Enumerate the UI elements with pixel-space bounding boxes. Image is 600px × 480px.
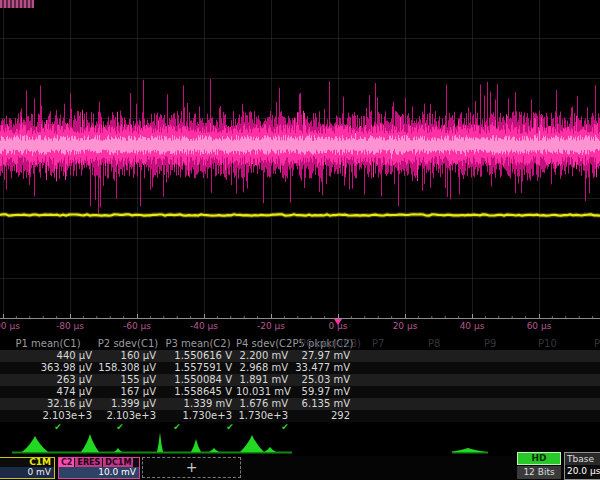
time-axis-tick-label: 40 µs — [460, 321, 485, 331]
measurement-cell: 263 µV — [0, 374, 96, 386]
measurement-cell: 32.16 µV — [0, 398, 96, 410]
measurement-cell: 292 — [292, 410, 354, 422]
histogram-strip — [0, 431, 600, 456]
measurement-cell: 440 µV — [0, 350, 96, 362]
measure-header-unused[interactable]: P7 — [372, 338, 384, 349]
measurement-cell: 2.200 mV — [236, 350, 292, 362]
measurement-cell: 474 µV — [0, 386, 96, 398]
c2-eres-badge: ERES — [75, 458, 102, 467]
measure-header[interactable]: P1 mean(C1) — [0, 338, 96, 350]
table-row: 32.16 µV1.399 µV1.339 mV1.676 mV6.135 mV — [0, 398, 600, 410]
measurement-cell: 1.730e+3 — [236, 410, 292, 422]
measurement-cell: 1.557591 V — [160, 362, 236, 374]
measure-header[interactable]: P4 sdev(C2) — [236, 338, 292, 350]
time-axis-tick-label: -60 µs — [123, 321, 151, 331]
plus-icon: + — [186, 459, 198, 475]
measurement-cell: 1.676 mV — [236, 398, 292, 410]
measurement-cell: 1.730e+3 — [160, 410, 236, 422]
c2-coupling-badge: DC1M — [103, 458, 133, 467]
hd-bits-label: 12 Bits — [517, 466, 561, 479]
table-row: 2.103e+32.103e+31.730e+31.730e+3292 — [0, 410, 600, 422]
timebase-title: Tbase — [565, 453, 600, 465]
c2-badges: C2 ERES DC1M — [59, 458, 139, 467]
measurement-cell: 2.103e+3 — [96, 410, 160, 422]
table-row: 474 µV167 µV1.558645 V10.031 mV59.97 mV — [0, 386, 600, 398]
measurement-cell: 167 µV — [96, 386, 160, 398]
hd-mode-badge[interactable]: HD — [517, 452, 561, 465]
measurement-rows: 440 µV160 µV1.550616 V2.200 mV27.97 mV36… — [0, 350, 600, 422]
measurement-cell: 2.103e+3 — [0, 410, 96, 422]
bottom-bar: C1M 0 mV C2 ERES DC1M 10.0 mV + HD 12 Bi… — [0, 456, 600, 480]
measurement-cell: 363.98 µV — [0, 362, 96, 374]
measurement-cell: 25.03 mV — [292, 374, 354, 386]
time-axis-tick-label: -40 µs — [190, 321, 218, 331]
measurement-cell: 155 µV — [96, 374, 160, 386]
measurement-cell: 27.97 mV — [292, 350, 354, 362]
waveform-canvas — [0, 0, 600, 337]
measurement-cell: 6.135 mV — [292, 398, 354, 410]
table-row: 363.98 µV158.308 µV1.557591 V2.968 mV33.… — [0, 362, 600, 374]
c2-scale-label: 10.0 mV — [59, 467, 139, 478]
time-axis-tick-label: -80 µs — [56, 321, 84, 331]
c1-coupling-label: C1M — [0, 458, 54, 467]
c2-channel-badge: C2 — [59, 458, 74, 467]
time-axis-tick-label: -100 µs — [0, 321, 20, 331]
measurement-table: P1 mean(C1)P2 sdev(C1)P3 mean(C2)P4 sdev… — [0, 337, 600, 431]
measure-header-unused[interactable]: P10 — [538, 338, 557, 349]
measurement-cell: 1.558645 V — [160, 386, 236, 398]
time-axis-tick-label: -20 µs — [257, 321, 285, 331]
time-axis-tick-label: 60 µs — [527, 321, 552, 331]
measure-header-unused[interactable]: P — [594, 338, 600, 349]
measure-header-unused[interactable]: P6 pkpk(C3) — [300, 338, 361, 349]
measurement-cell: 59.97 mV — [292, 386, 354, 398]
histogram-canvas — [0, 431, 600, 456]
timebase-scale-label: 20.0 µs — [565, 465, 600, 478]
measurement-cell: 1.891 mV — [236, 374, 292, 386]
time-axis-tick-label: 0 µs — [328, 321, 347, 331]
measurement-cell: 160 µV — [96, 350, 160, 362]
measure-header[interactable]: P2 sdev(C1) — [96, 338, 160, 350]
measurement-cell: 158.308 µV — [96, 362, 160, 374]
time-axis-tick-label: 20 µs — [393, 321, 418, 331]
measure-header-unused[interactable]: P8 — [428, 338, 440, 349]
measurement-cell: 33.477 mV — [292, 362, 354, 374]
oscilloscope-screen: -100 µs-80 µs-60 µs-40 µs-20 µs0 µs20 µs… — [0, 0, 600, 480]
channel-c2-descriptor[interactable]: C2 ERES DC1M 10.0 mV — [58, 457, 140, 479]
measurement-cell: 1.339 mV — [160, 398, 236, 410]
waveform-plot-area[interactable]: -100 µs-80 µs-60 µs-40 µs-20 µs0 µs20 µs… — [0, 0, 600, 337]
measurement-cell: 1.399 µV — [96, 398, 160, 410]
table-row: 263 µV155 µV1.550084 V1.891 mV25.03 mV — [0, 374, 600, 386]
c1-scale-label: 0 mV — [0, 467, 54, 478]
timebase-descriptor[interactable]: Tbase 20.0 µs — [564, 452, 600, 480]
trace-annotation-badge — [0, 0, 34, 8]
measurement-cell: 2.968 mV — [236, 362, 292, 374]
measurement-cell: 10.031 mV — [236, 386, 292, 398]
measurement-cell: 1.550616 V — [160, 350, 236, 362]
channel-c1-descriptor[interactable]: C1M 0 mV — [0, 457, 55, 479]
add-trace-button[interactable]: + — [142, 457, 241, 478]
measure-header-unused[interactable]: P9 — [484, 338, 496, 349]
measure-header[interactable]: P3 mean(C2) — [160, 338, 236, 350]
measurement-cell: 1.550084 V — [160, 374, 236, 386]
table-row: 440 µV160 µV1.550616 V2.200 mV27.97 mV — [0, 350, 600, 362]
